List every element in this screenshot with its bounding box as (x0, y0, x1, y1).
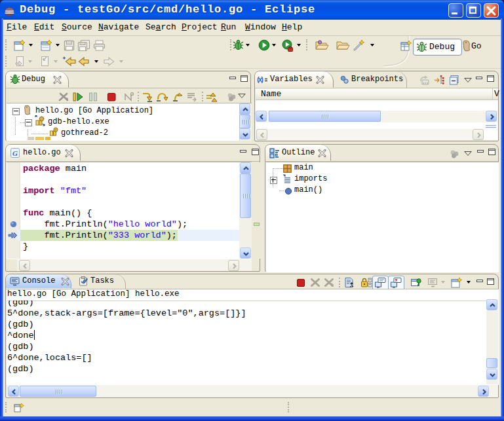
svg-text:G: G (12, 149, 18, 157)
svg-text:(x): (x) (256, 77, 264, 84)
